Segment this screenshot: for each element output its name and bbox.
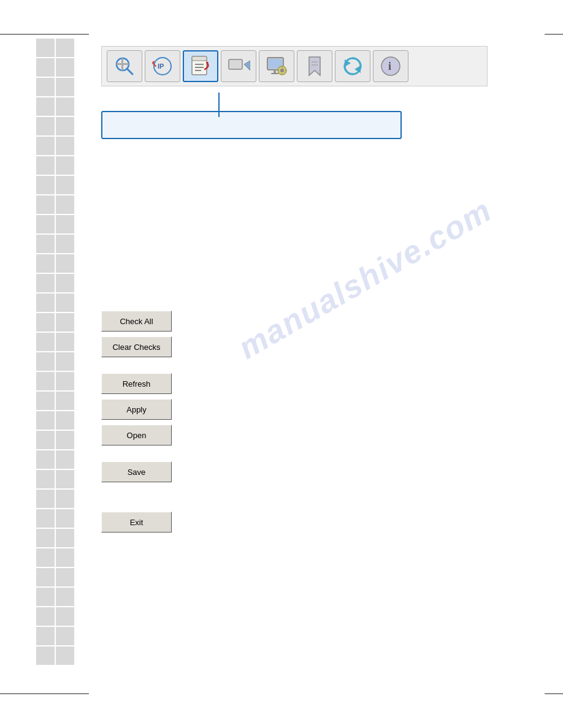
open-button[interactable]: Open [101, 425, 172, 446]
monitor-tool-button[interactable] [259, 50, 294, 82]
left-grid-pattern [34, 34, 89, 694]
checklist-tool-button[interactable] [183, 50, 218, 82]
svg-marker-15 [244, 61, 250, 70]
bookmark-tool-button[interactable] [297, 50, 332, 82]
svg-text:IP: IP [158, 63, 164, 70]
save-button[interactable]: Save [101, 461, 172, 482]
refresh-tool-button[interactable] [335, 50, 370, 82]
refresh-button[interactable]: Refresh [101, 373, 172, 394]
info-tool-button[interactable]: i [373, 50, 408, 82]
connector-line [218, 93, 220, 117]
toolbar: IP [101, 46, 488, 86]
svg-line-1 [127, 69, 132, 74]
check-all-button[interactable]: Check All [101, 311, 172, 332]
apply-button[interactable]: Apply [101, 399, 172, 420]
buttons-section: Check All Clear Checks Refresh Apply Ope… [101, 311, 532, 537]
svg-point-21 [280, 69, 284, 72]
ip-tool-button[interactable]: IP [145, 50, 180, 82]
info-icon: i [379, 55, 402, 78]
bookmark-icon [303, 55, 326, 78]
ip-icon: IP [151, 55, 174, 78]
exit-button[interactable]: Exit [101, 512, 172, 533]
refresh-icon [341, 55, 364, 78]
forward-icon [227, 55, 250, 78]
main-content: IP [89, 34, 545, 694]
forward-tool-button[interactable] [221, 50, 256, 82]
dropdown-box [101, 111, 532, 139]
search-tool-button[interactable] [107, 50, 142, 82]
checklist-icon [189, 55, 212, 78]
svg-rect-3 [121, 58, 123, 70]
search-icon [113, 55, 136, 78]
monitor-icon [265, 55, 288, 78]
svg-rect-19 [271, 73, 278, 74]
svg-rect-14 [229, 59, 242, 69]
svg-text:i: i [388, 60, 391, 72]
svg-rect-9 [192, 56, 207, 61]
clear-checks-button[interactable]: Clear Checks [101, 336, 172, 357]
svg-rect-18 [274, 70, 276, 73]
